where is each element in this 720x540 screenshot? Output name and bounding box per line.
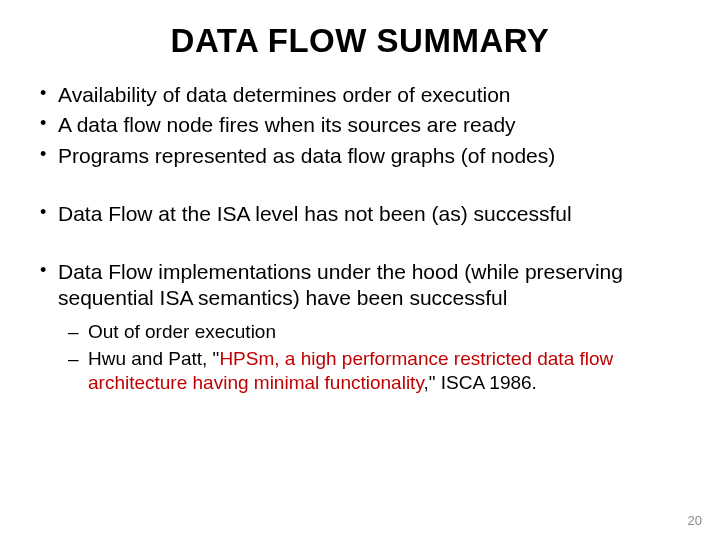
list-item: A data flow node fires when its sources … [58, 112, 690, 138]
bullet-list: Availability of data determines order of… [30, 82, 690, 169]
citation-suffix: ," ISCA 1986. [423, 372, 536, 393]
spacer [30, 231, 690, 259]
list-item-text: Data Flow implementations under the hood… [58, 260, 623, 309]
list-item: Programs represented as data flow graphs… [58, 143, 690, 169]
slide: DATA FLOW SUMMARY Availability of data d… [0, 0, 720, 540]
page-number: 20 [688, 513, 702, 528]
bullet-list: Data Flow implementations under the hood… [30, 259, 690, 395]
list-item: Hwu and Patt, "HPSm, a high performance … [88, 347, 690, 395]
page-title: DATA FLOW SUMMARY [30, 22, 690, 60]
list-item: Out of order execution [88, 320, 690, 344]
citation-prefix: Hwu and Patt, " [88, 348, 219, 369]
spacer [30, 173, 690, 201]
list-item: Availability of data determines order of… [58, 82, 690, 108]
sub-bullet-list: Out of order execution Hwu and Patt, "HP… [58, 320, 690, 395]
bullet-list: Data Flow at the ISA level has not been … [30, 201, 690, 227]
list-item: Data Flow implementations under the hood… [58, 259, 690, 395]
list-item: Data Flow at the ISA level has not been … [58, 201, 690, 227]
